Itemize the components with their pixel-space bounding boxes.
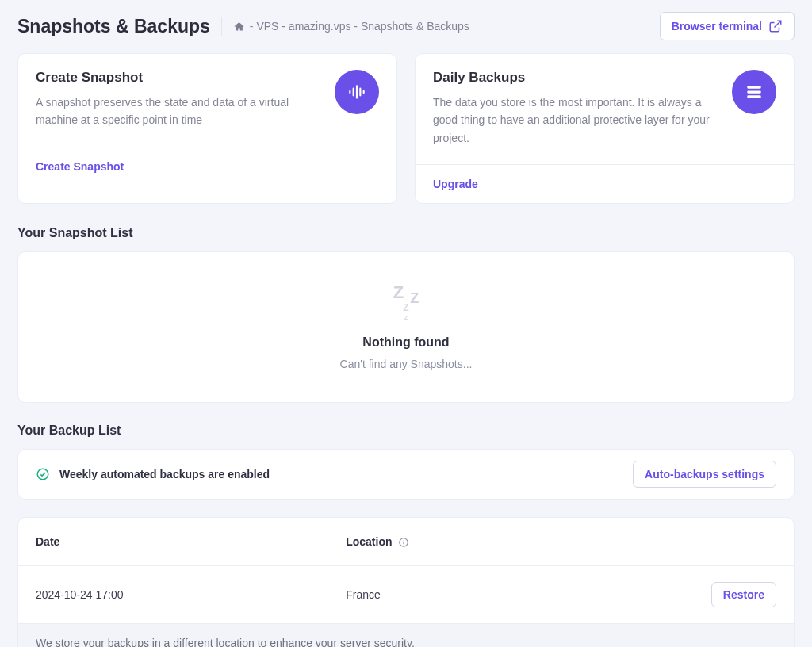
col-location: Location bbox=[328, 518, 654, 566]
info-icon[interactable] bbox=[398, 537, 409, 548]
soundwave-icon bbox=[335, 70, 379, 114]
browser-terminal-button[interactable]: Browser terminal bbox=[660, 12, 795, 40]
svg-point-11 bbox=[37, 469, 48, 480]
card-title: Daily Backups bbox=[433, 70, 718, 86]
create-snapshot-card: Create Snapshot A snapshot preserves the… bbox=[17, 53, 397, 204]
cell-date: 2024-10-24 17:00 bbox=[18, 566, 328, 624]
cell-actions: Restore bbox=[654, 566, 794, 624]
table-row: 2024-10-24 17:00 France Restore bbox=[18, 566, 794, 624]
breadcrumb[interactable]: - VPS - amazing.vps - Snapshots & Backup… bbox=[233, 20, 469, 33]
backup-settings-panel: Weekly automated backups are enabled Aut… bbox=[17, 449, 795, 500]
empty-desc: Can't find any Snapshots... bbox=[34, 358, 778, 370]
header-divider bbox=[221, 17, 222, 36]
check-circle-icon bbox=[36, 467, 50, 481]
header-left: Snapshots & Backups - VPS - amazing.vps … bbox=[17, 16, 469, 37]
snapshot-empty-state: ZZ Z z Nothing found Can't find any Snap… bbox=[18, 252, 794, 402]
upgrade-link[interactable]: Upgrade bbox=[416, 164, 794, 203]
svg-point-14 bbox=[404, 541, 404, 542]
svg-point-10 bbox=[749, 96, 750, 98]
page-title: Snapshots & Backups bbox=[17, 16, 210, 37]
external-link-icon bbox=[768, 19, 783, 33]
svg-point-8 bbox=[749, 86, 750, 88]
svg-rect-1 bbox=[353, 88, 354, 97]
backup-settings-row: Weekly automated backups are enabled Aut… bbox=[18, 450, 794, 499]
browser-terminal-label: Browser terminal bbox=[672, 20, 762, 33]
backup-list-heading: Your Backup List bbox=[17, 423, 795, 438]
cell-location: France bbox=[328, 566, 654, 624]
home-icon bbox=[233, 21, 245, 33]
svg-point-9 bbox=[749, 91, 750, 93]
backup-status-label: Weekly automated backups are enabled bbox=[59, 468, 270, 480]
daily-backups-card: Daily Backups The data you store is the … bbox=[415, 53, 795, 204]
card-text: Create Snapshot A snapshot preserves the… bbox=[36, 70, 320, 129]
card-body: Create Snapshot A snapshot preserves the… bbox=[18, 54, 396, 147]
auto-backups-settings-button[interactable]: Auto-backups settings bbox=[633, 461, 776, 488]
restore-label: Restore bbox=[723, 588, 764, 601]
card-body: Daily Backups The data you store is the … bbox=[416, 54, 794, 164]
svg-rect-2 bbox=[356, 85, 358, 98]
table-header-row: Date Location bbox=[18, 518, 794, 566]
auto-backups-settings-label: Auto-backups settings bbox=[645, 468, 764, 480]
col-date: Date bbox=[18, 518, 328, 566]
action-cards: Create Snapshot A snapshot preserves the… bbox=[17, 53, 795, 204]
svg-rect-3 bbox=[359, 88, 361, 97]
backup-table-panel: Date Location 2024-10-24 17:00 France Re… bbox=[17, 517, 795, 647]
col-actions bbox=[654, 518, 794, 566]
create-snapshot-link[interactable]: Create Snapshot bbox=[18, 147, 396, 186]
svg-rect-0 bbox=[349, 90, 350, 94]
snapshot-list-heading: Your Snapshot List bbox=[17, 226, 795, 240]
card-desc: The data you store is the most important… bbox=[433, 94, 718, 147]
col-location-label: Location bbox=[346, 535, 392, 548]
backup-footnote: We store your backups in a different loc… bbox=[18, 624, 794, 647]
backup-status: Weekly automated backups are enabled bbox=[36, 467, 270, 481]
restore-button[interactable]: Restore bbox=[711, 582, 776, 607]
empty-title: Nothing found bbox=[34, 335, 778, 350]
breadcrumb-text: - VPS - amazing.vps - Snapshots & Backup… bbox=[250, 20, 469, 33]
card-title: Create Snapshot bbox=[36, 70, 320, 86]
sleep-icon: ZZ Z z bbox=[387, 284, 425, 321]
server-list-icon bbox=[732, 70, 776, 114]
snapshot-list-panel: ZZ Z z Nothing found Can't find any Snap… bbox=[17, 251, 795, 403]
backup-table: Date Location 2024-10-24 17:00 France Re… bbox=[18, 518, 794, 624]
card-text: Daily Backups The data you store is the … bbox=[433, 70, 718, 147]
svg-rect-4 bbox=[363, 90, 365, 94]
page-header: Snapshots & Backups - VPS - amazing.vps … bbox=[17, 12, 795, 40]
card-desc: A snapshot preserves the state and data … bbox=[36, 94, 320, 129]
